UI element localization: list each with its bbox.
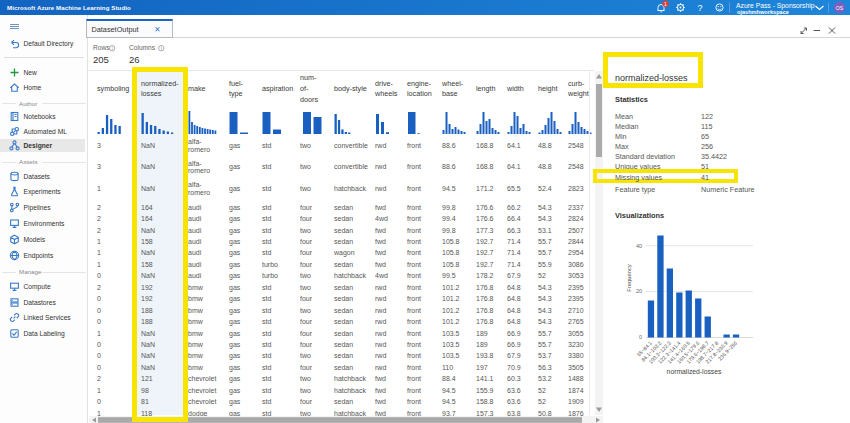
svg-text:i: i (112, 46, 113, 51)
svg-text:i: i (161, 46, 162, 51)
svg-text:?: ? (697, 3, 702, 13)
svg-text:1: 1 (664, 1, 667, 7)
svg-text:OS: OS (836, 5, 844, 11)
